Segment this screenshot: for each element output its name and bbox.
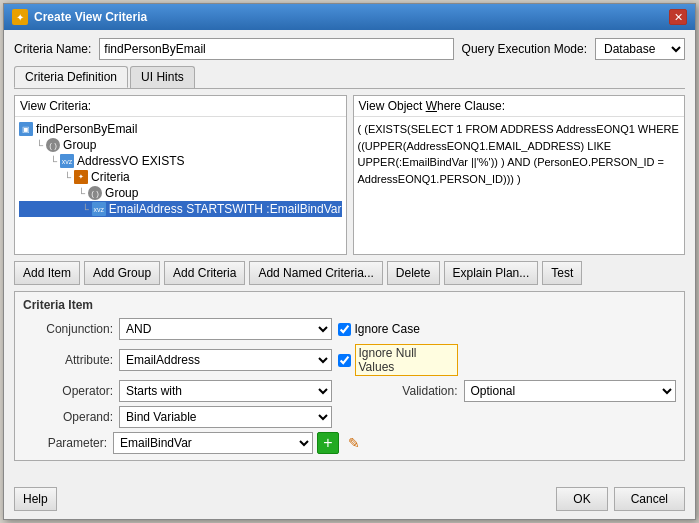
tree-item-exists[interactable]: └ xvz AddressVO EXISTS xyxy=(19,153,342,169)
criteria-icon: ✦ xyxy=(74,170,88,184)
item-icon: xvz xyxy=(92,202,106,216)
tab-ui-hints[interactable]: UI Hints xyxy=(130,66,195,88)
where-clause-text: ( (EXISTS(SELECT 1 FROM ADDRESS AddressE… xyxy=(354,117,685,254)
operator-select[interactable]: Starts with Contains Ends with Equals xyxy=(119,380,332,402)
parameter-label: Parameter: xyxy=(23,436,107,450)
parameter-select[interactable]: EmailBindVar xyxy=(113,432,313,454)
tree-label-criteria: Criteria xyxy=(91,170,130,184)
conjunction-label: Conjunction: xyxy=(23,322,113,336)
param-input-wrap: EmailBindVar + ✎ xyxy=(113,432,365,454)
tree-label-email: EmailAddress STARTSWITH :EmailBindVar xyxy=(109,202,342,216)
validation-label: Validation: xyxy=(338,384,458,398)
add-named-criteria-button[interactable]: Add Named Criteria... xyxy=(249,261,382,285)
tree-label-group2: Group xyxy=(105,186,138,200)
title-bar-left: ✦ Create View Criteria xyxy=(12,9,147,25)
delete-button[interactable]: Delete xyxy=(387,261,440,285)
tree-label-root: findPersonByEmail xyxy=(36,122,137,136)
operand-label: Operand: xyxy=(23,410,113,424)
operator-label: Operator: xyxy=(23,384,113,398)
criteria-item-section: Criteria Item Conjunction: AND OR Ignore… xyxy=(14,291,685,461)
tree-label-exists: AddressVO EXISTS xyxy=(77,154,184,168)
window-icon: ✦ xyxy=(12,9,28,25)
help-button[interactable]: Help xyxy=(14,487,57,511)
add-group-button[interactable]: Add Group xyxy=(84,261,160,285)
tree-item-group2[interactable]: └ ( ) Group xyxy=(19,185,342,201)
group-icon-2: ( ) xyxy=(88,186,102,200)
tree-item-criteria[interactable]: └ ✦ Criteria xyxy=(19,169,342,185)
validation-select[interactable]: Optional Required xyxy=(464,380,677,402)
query-mode-select[interactable]: Database In Memory Both xyxy=(595,38,685,60)
group-icon-1: ( ) xyxy=(46,138,60,152)
title-bar: ✦ Create View Criteria ✕ xyxy=(4,4,695,30)
ignore-case-row: Ignore Case xyxy=(338,322,458,336)
top-row: Criteria Name: Query Execution Mode: Dat… xyxy=(14,38,685,60)
tree-item-email[interactable]: └ xvz EmailAddress STARTSWITH :EmailBind… xyxy=(19,201,342,217)
edit-param-button[interactable]: ✎ xyxy=(343,432,365,454)
bottom-row: Help OK Cancel xyxy=(14,483,685,511)
exists-icon: xvz xyxy=(60,154,74,168)
ok-button[interactable]: OK xyxy=(556,487,607,511)
tree-connector4: └ xyxy=(78,188,85,199)
criteria-form-grid: Conjunction: AND OR Ignore Case Attribut… xyxy=(23,318,676,428)
add-criteria-button[interactable]: Add Criteria xyxy=(164,261,245,285)
criteria-name-input[interactable] xyxy=(99,38,453,60)
criteria-item-title: Criteria Item xyxy=(23,298,676,312)
tab-criteria-definition[interactable]: Criteria Definition xyxy=(14,66,128,88)
tree-connector3: └ xyxy=(64,172,71,183)
window-body: Criteria Name: Query Execution Mode: Dat… xyxy=(4,30,695,519)
tree-connector5: └ xyxy=(82,204,89,215)
tree-label-group1: Group xyxy=(63,138,96,152)
ignore-null-checkbox[interactable] xyxy=(338,354,351,367)
add-param-button[interactable]: + xyxy=(317,432,339,454)
tabs-row: Criteria Definition UI Hints xyxy=(14,66,685,89)
criteria-name-label: Criteria Name: xyxy=(14,42,91,56)
operand-select[interactable]: Bind Variable Literal Parameter xyxy=(119,406,332,428)
attribute-select[interactable]: EmailAddress xyxy=(119,349,332,371)
parameter-row: Parameter: EmailBindVar + ✎ xyxy=(23,432,676,454)
attribute-label: Attribute: xyxy=(23,353,113,367)
ignore-null-row: Ignore Null Values xyxy=(338,344,458,376)
where-clause-header: View Object Where Clause: xyxy=(354,96,685,117)
view-criteria-panel: View Criteria: ▣ findPersonByEmail └ ( )… xyxy=(14,95,347,255)
conjunction-select[interactable]: AND OR xyxy=(119,318,332,340)
view-criteria-header: View Criteria: xyxy=(15,96,346,117)
window-title: Create View Criteria xyxy=(34,10,147,24)
ignore-case-checkbox[interactable] xyxy=(338,323,351,336)
explain-plan-button[interactable]: Explain Plan... xyxy=(444,261,539,285)
ignore-case-label: Ignore Case xyxy=(355,322,420,336)
add-item-button[interactable]: Add Item xyxy=(14,261,80,285)
bottom-right: OK Cancel xyxy=(556,487,685,511)
where-clause-panel: View Object Where Clause: ( (EXISTS(SELE… xyxy=(353,95,686,255)
toolbar-row: Add Item Add Group Add Criteria Add Name… xyxy=(14,261,685,285)
close-button[interactable]: ✕ xyxy=(669,9,687,25)
ignore-null-label: Ignore Null Values xyxy=(355,344,458,376)
cancel-button[interactable]: Cancel xyxy=(614,487,685,511)
db-icon: ▣ xyxy=(19,122,33,136)
main-window: ✦ Create View Criteria ✕ Criteria Name: … xyxy=(3,3,696,520)
query-mode-label: Query Execution Mode: xyxy=(462,42,587,56)
tree-connector1: └ xyxy=(36,140,43,151)
tree-item-root[interactable]: ▣ findPersonByEmail xyxy=(19,121,342,137)
tree-connector2: └ xyxy=(50,156,57,167)
test-button[interactable]: Test xyxy=(542,261,582,285)
tree-area[interactable]: ▣ findPersonByEmail └ ( ) Group └ x xyxy=(15,117,346,254)
tree-item-group1[interactable]: └ ( ) Group xyxy=(19,137,342,153)
main-area: View Criteria: ▣ findPersonByEmail └ ( )… xyxy=(14,95,685,255)
